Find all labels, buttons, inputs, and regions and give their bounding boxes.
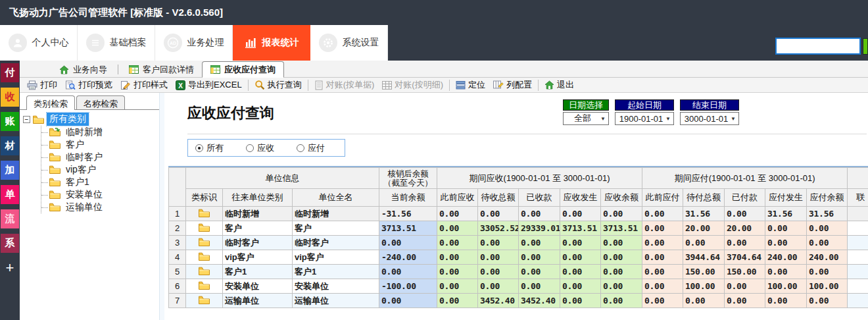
toolbar-print-style-button[interactable]: 打印样式: [116, 78, 172, 92]
folder-icon: [199, 223, 210, 232]
table-row[interactable]: 4vip客户vip客户-240.000.000.000.000.000.000.…: [169, 250, 868, 265]
radio-all[interactable]: 所有: [195, 142, 224, 154]
collapse-icon[interactable]: −: [23, 116, 30, 123]
column-header[interactable]: 待收总额: [478, 189, 519, 207]
tree-item-3[interactable]: 临时客户: [41, 151, 159, 163]
tab-separator: [118, 65, 118, 74]
date-mode-select[interactable]: 全部▼: [563, 112, 609, 125]
table-icon: [129, 65, 139, 74]
table-row[interactable]: 6安装单位安装单位-100.000.000.000.000.000.000.00…: [169, 279, 868, 294]
search-button[interactable]: [863, 38, 868, 55]
nav-item-business-process[interactable]: AD业务处理: [155, 25, 233, 61]
column-header[interactable]: 此前应收: [437, 189, 478, 207]
column-header[interactable]: 此前应付: [642, 189, 683, 207]
table-row[interactable]: 2客户客户3713.510.0033052.5229339.013713.513…: [169, 221, 868, 236]
side-strip-collect-button[interactable]: 收: [1, 88, 19, 107]
toolbar-locate-button[interactable]: 定位: [452, 78, 489, 92]
column-header[interactable]: 往来单位类别: [223, 189, 293, 207]
column-header[interactable]: 当前余额: [379, 189, 437, 207]
side-strip-order-button[interactable]: 单: [1, 185, 19, 204]
side-strip-system-button[interactable]: 系: [1, 234, 19, 253]
extra-cell: [848, 236, 868, 250]
nav-item-report-stats[interactable]: 报表统计: [233, 25, 310, 61]
end-date-select[interactable]: 3000-01-01▼: [680, 112, 739, 125]
toolbar-print-button[interactable]: 打印: [23, 78, 61, 92]
payable-cell: 0.00: [807, 294, 848, 308]
column-header[interactable]: 待付总额: [683, 189, 725, 207]
nav-item-system-settings[interactable]: 系统设置: [310, 25, 388, 61]
start-date-select[interactable]: 1900-01-01▼: [615, 112, 674, 125]
panel-tab-name-search[interactable]: 名称检索: [76, 95, 125, 109]
column-group-header: 期间应付(1900-01-01 至 3000-01-01): [642, 168, 848, 189]
tree-item-4[interactable]: vip客户: [41, 163, 159, 176]
tree-root-item[interactable]: −所有类别: [23, 113, 159, 126]
column-header[interactable]: 已收款: [519, 189, 560, 207]
side-strip-plus-button[interactable]: +: [1, 258, 19, 277]
table-row[interactable]: 5客户1客户10.000.000.000.000.000.000.00150.0…: [169, 265, 868, 279]
category-cell: vip客户: [223, 250, 293, 265]
table-row[interactable]: 1临时新增临时新增-31.560.000.000.000.000.000.003…: [169, 207, 868, 221]
toolbar-button-label: 导出到EXCEL: [188, 79, 242, 91]
toolbar-print-preview-button[interactable]: 打印预览: [61, 78, 116, 92]
payable-cell: 0.00: [765, 294, 807, 308]
toolbar-button-label: 对账(按单据): [326, 79, 375, 91]
toolbar: 打印打印预览打印样式X导出到EXCEL执行查询对账(按单据)对账(按明细)定位列…: [20, 78, 868, 93]
side-strip-material-button[interactable]: 材: [1, 136, 19, 155]
tab-business-guide[interactable]: 业务向导: [51, 62, 115, 77]
tab-label: 业务向导: [73, 64, 107, 76]
row-number-cell: 3: [169, 236, 186, 250]
unit-name-cell: vip客户: [293, 250, 379, 265]
receivable-cell: 0.00: [437, 279, 478, 294]
receivable-cell: 0.00: [601, 265, 642, 279]
radio-payable[interactable]: 应付: [297, 142, 325, 154]
table-row[interactable]: 7运输单位运输单位0.000.003452.403452.400.000.000…: [169, 294, 868, 308]
table-row[interactable]: 3临时客户临时客户0.000.000.000.000.000.000.000.0…: [169, 236, 868, 250]
column-header[interactable]: 单位全名: [293, 189, 379, 207]
tree-item-label: 临时新增: [63, 126, 105, 139]
radio-receivable[interactable]: 应收: [246, 142, 274, 154]
nav-item-personal-center[interactable]: 个人中心: [0, 25, 78, 61]
side-strip-flow-button[interactable]: 流: [1, 209, 19, 228]
tree-item-7[interactable]: 运输单位: [41, 201, 159, 213]
nav-item-label: 基础档案: [110, 37, 147, 49]
column-header[interactable]: 应付发生: [765, 189, 807, 207]
search-input[interactable]: [775, 38, 861, 55]
toolbar-run-query-button[interactable]: 执行查询: [251, 78, 306, 92]
toolbar-export-excel-button[interactable]: X导出到EXCEL: [172, 78, 246, 92]
column-header[interactable]: 类标识: [186, 189, 223, 207]
column-header[interactable]: 应收余额: [601, 189, 642, 207]
receivable-cell: 3713.51: [560, 221, 601, 236]
select-value: 1900-01-01: [618, 114, 664, 124]
tree-item-6[interactable]: 安装单位: [41, 188, 159, 201]
toolbar-button-label: 打印预览: [78, 79, 112, 91]
receivable-cell: 0.00: [478, 236, 519, 250]
tree-item-1[interactable]: 临时新增: [41, 126, 159, 138]
column-header[interactable]: 联: [848, 189, 868, 207]
row-number-cell: 1: [169, 207, 186, 221]
tab-recv-pay-query[interactable]: 应收应付查询: [202, 61, 284, 78]
home-tab-icon: [59, 65, 69, 74]
toolbar-exit-button[interactable]: 退出: [541, 78, 578, 92]
payable-cell: 20.00: [683, 221, 725, 236]
category-flag-cell: [186, 207, 223, 221]
column-header[interactable]: 应付余额: [807, 189, 848, 207]
side-strip-pay-button[interactable]: 付: [1, 63, 19, 82]
panel-tab-category-search[interactable]: 类别检索: [26, 95, 75, 110]
page-title: 应收应付查询: [187, 103, 274, 123]
column-header[interactable]: 应收发生: [560, 189, 601, 207]
tree-item-5[interactable]: 客户1: [41, 176, 159, 188]
current-balance-cell: -100.00: [379, 279, 437, 294]
unit-name-cell: 临时新增: [293, 207, 379, 221]
tab-strip: 业务向导客户回款详情应收应付查询: [20, 61, 868, 78]
tab-customer-payback[interactable]: 客户回款详情: [121, 62, 202, 77]
side-strip-add-button[interactable]: 加: [1, 161, 19, 180]
category-flag-cell: [186, 279, 223, 294]
column-header[interactable]: 已付款: [725, 189, 765, 207]
toolbar-button-label: 执行查询: [268, 79, 302, 91]
tree-item-2[interactable]: 客户: [41, 138, 159, 151]
nav-item-base-archives[interactable]: 基础档案: [78, 25, 155, 61]
toolbar-column-config-button[interactable]: 列配置: [489, 78, 536, 92]
receivable-cell: 3713.51: [601, 221, 642, 236]
panel-scrollbar[interactable]: [159, 93, 164, 320]
side-strip-account-button[interactable]: 账: [1, 112, 19, 131]
